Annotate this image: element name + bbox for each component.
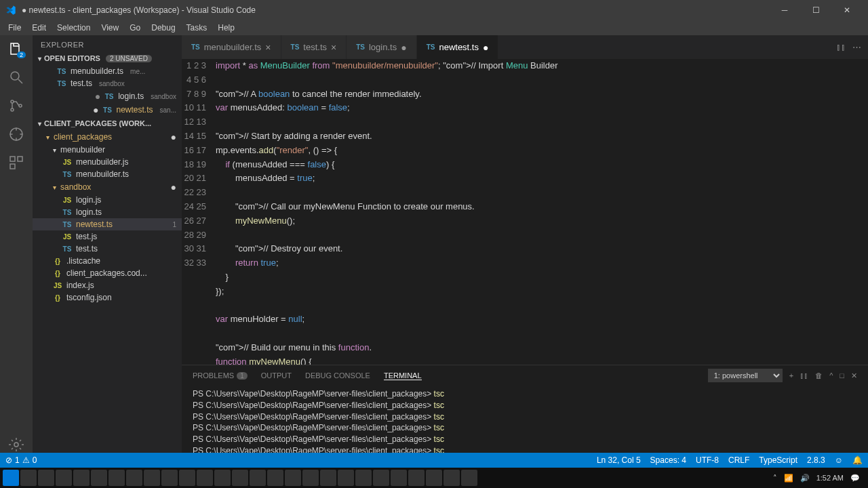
taskbar-app[interactable] <box>373 470 389 486</box>
split-terminal-icon[interactable]: ⫿⫿ <box>800 371 808 380</box>
editor-tab[interactable]: TStest.ts× <box>281 35 347 59</box>
start-button[interactable] <box>3 470 19 486</box>
taskbar-app[interactable] <box>73 470 90 486</box>
panel-up-icon[interactable]: ^ <box>829 371 833 380</box>
status-encoding[interactable]: UTF-8 <box>696 455 719 465</box>
code-editor[interactable]: 1 2 3 4 5 6 7 8 9 10 11 12 13 14 15 16 1… <box>182 59 868 365</box>
tree-item[interactable]: JSmenubuilder.js <box>33 156 182 168</box>
taskbar-app[interactable] <box>144 470 160 486</box>
tray-chevron-icon[interactable]: ˄ <box>773 474 777 483</box>
new-terminal-icon[interactable]: + <box>789 371 793 380</box>
taskbar-app[interactable] <box>426 470 442 486</box>
open-editor-item[interactable]: ●TSlogin.tssandbox <box>33 89 182 103</box>
terminal-content[interactable]: PS C:\Users\Vape\Desktop\RageMP\server-f… <box>182 386 868 453</box>
debug-icon[interactable] <box>8 126 24 142</box>
bell-icon[interactable]: 🔔 <box>852 455 863 465</box>
tray-wifi-icon[interactable]: 📶 <box>784 474 793 483</box>
taskbar-app[interactable] <box>20 470 37 486</box>
menu-tasks[interactable]: Tasks <box>181 23 213 33</box>
kill-terminal-icon[interactable]: 🗑 <box>815 371 823 380</box>
status-cursor[interactable]: Ln 32, Col 5 <box>597 455 641 465</box>
open-editor-item[interactable]: TSmenubuilder.tsme... <box>33 65 182 77</box>
taskbar-app[interactable] <box>443 470 460 486</box>
tray-volume-icon[interactable]: 🔊 <box>800 474 810 483</box>
feedback-icon[interactable]: ☺ <box>835 455 843 465</box>
editor-tab[interactable]: TSmenubuilder.ts× <box>182 35 281 59</box>
tree-item[interactable]: JSlogin.js <box>33 194 182 206</box>
problems-tab[interactable]: PROBLEMS1 <box>193 371 248 380</box>
tray-notifications-icon[interactable]: 💬 <box>850 474 860 483</box>
git-icon[interactable] <box>8 98 24 114</box>
taskbar-app[interactable] <box>250 470 266 486</box>
menu-file[interactable]: File <box>3 23 26 33</box>
tree-item[interactable]: ▾menubuilder <box>33 144 182 156</box>
taskbar-app[interactable] <box>179 470 195 486</box>
taskbar-app[interactable] <box>214 470 231 486</box>
tree-item[interactable]: TStest.ts <box>33 243 182 255</box>
taskbar-app[interactable] <box>38 470 54 486</box>
status-language[interactable]: TypeScript <box>759 455 797 465</box>
tray-clock[interactable]: 1:52 AM <box>816 474 844 482</box>
tree-item[interactable]: ▾sandbox● <box>33 180 182 194</box>
window-minimize-button[interactable]: ─ <box>769 0 800 20</box>
tree-item[interactable]: JStest.js <box>33 230 182 243</box>
taskbar-app[interactable] <box>320 470 336 486</box>
taskbar-app[interactable] <box>91 470 107 486</box>
tree-item[interactable]: {}.listcache <box>33 255 182 267</box>
taskbar-app[interactable] <box>126 470 142 486</box>
more-icon[interactable]: ⋯ <box>852 42 861 52</box>
tree-item[interactable]: ▾client_packages● <box>33 130 182 144</box>
minimap[interactable] <box>814 59 868 365</box>
taskbar-app[interactable] <box>161 470 178 486</box>
terminal-select[interactable]: 1: powershell <box>708 369 783 382</box>
editor-tab[interactable]: TSnewtest.ts● <box>417 35 499 59</box>
taskbar-app[interactable] <box>267 470 283 486</box>
settings-gear-icon[interactable] <box>8 436 24 453</box>
status-ts-version[interactable]: 2.8.3 <box>807 455 825 465</box>
tree-item[interactable]: {}tsconfig.json <box>33 291 182 304</box>
window-close-button[interactable]: ✕ <box>831 0 863 20</box>
workspace-header[interactable]: ▾ CLIENT_PACKAGES (WORK... <box>33 117 182 130</box>
taskbar-app[interactable] <box>232 470 248 486</box>
taskbar-app[interactable] <box>302 470 319 486</box>
debug-console-tab[interactable]: DEBUG CONSOLE <box>305 371 370 380</box>
taskbar-app[interactable] <box>197 470 213 486</box>
taskbar-app[interactable] <box>285 470 301 486</box>
menu-go[interactable]: Go <box>124 23 146 33</box>
open-editor-item[interactable]: TStest.tssandbox <box>33 77 182 89</box>
menu-selection[interactable]: Selection <box>52 23 96 33</box>
explorer-icon[interactable]: 2 <box>8 41 24 57</box>
menu-edit[interactable]: Edit <box>26 23 52 33</box>
taskbar-app[interactable] <box>391 470 407 486</box>
taskbar-app[interactable] <box>56 470 72 486</box>
window-maximize-button[interactable]: ☐ <box>800 0 831 20</box>
open-editors-header[interactable]: ▾ OPEN EDITORS 2 UNSAVED <box>33 52 182 65</box>
taskbar-app[interactable] <box>355 470 372 486</box>
taskbar-app[interactable] <box>338 470 354 486</box>
tree-item[interactable]: TSmenubuilder.ts <box>33 168 182 180</box>
taskbar-app[interactable] <box>108 470 125 486</box>
close-panel-icon[interactable]: ✕ <box>851 371 857 380</box>
tree-item[interactable]: {}client_packages.cod... <box>33 267 182 279</box>
open-editor-item[interactable]: ●TSnewtest.tssan... <box>33 103 182 117</box>
code-content[interactable]: import * as MenuBuilder from "menubuilde… <box>216 59 868 365</box>
status-spaces[interactable]: Spaces: 4 <box>650 455 686 465</box>
tree-item[interactable]: TSlogin.ts <box>33 206 182 218</box>
tree-item[interactable]: JSindex.js <box>33 279 182 291</box>
tree-item[interactable]: TSnewtest.ts1 <box>33 218 182 230</box>
status-errors[interactable]: ⊘ 1 ⚠ 0 <box>5 455 37 465</box>
status-eol[interactable]: CRLF <box>728 455 749 465</box>
maximize-panel-icon[interactable]: □ <box>840 371 844 380</box>
editor-tab[interactable]: TSlogin.ts● <box>347 35 416 59</box>
output-tab[interactable]: OUTPUT <box>261 371 292 380</box>
extensions-icon[interactable] <box>8 155 24 171</box>
taskbar-app[interactable] <box>461 470 477 486</box>
search-icon[interactable] <box>8 69 24 85</box>
split-editor-icon[interactable]: ⫿⫿ <box>836 42 846 52</box>
terminal-tab[interactable]: TERMINAL <box>384 371 422 380</box>
menu-view[interactable]: View <box>96 23 124 33</box>
menu-debug[interactable]: Debug <box>146 23 180 33</box>
taskbar-app[interactable] <box>408 470 425 486</box>
menu-help[interactable]: Help <box>212 23 240 33</box>
system-tray[interactable]: ˄ 📶 🔊 1:52 AM 💬 <box>773 474 865 483</box>
